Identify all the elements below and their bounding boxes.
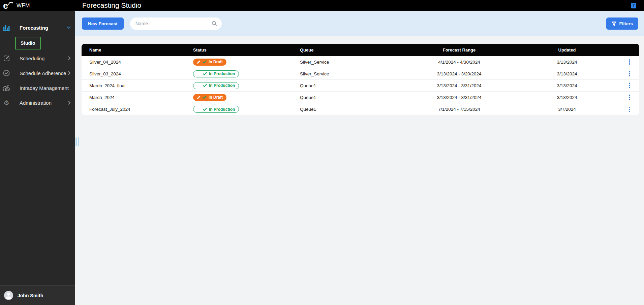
forecast-name: Silver_03_2024	[82, 71, 193, 76]
help-icon[interactable]: ?	[631, 3, 636, 8]
row-actions-kebab-icon[interactable]	[627, 58, 633, 66]
table-row[interactable]: March_2024_final In Production Queue1 3/…	[82, 80, 639, 92]
updated-date: 3/13/2024	[514, 71, 620, 76]
column-header-forecast-range: Forecast Range	[404, 47, 514, 53]
pencil-icon	[197, 84, 201, 88]
queue-name: Silver_Service	[300, 60, 404, 65]
avatar	[4, 291, 13, 300]
sidebar-item-scheduling[interactable]: Scheduling	[0, 51, 75, 66]
forecast-range: 4/1/2024 - 4/30/2024	[404, 60, 514, 65]
status-badge: In Production	[193, 82, 239, 89]
brand-name: WFM	[17, 3, 30, 9]
queue-name: Queue1	[300, 107, 404, 112]
updated-date: 3/7/2024	[514, 107, 620, 112]
pencil-icon	[197, 107, 201, 111]
sidebar-item-label: Administration	[20, 100, 52, 106]
filter-funnel-icon	[612, 22, 616, 26]
main-content: New Forecast Filters Name Status Queue F…	[75, 11, 644, 305]
filters-button[interactable]: Filters	[606, 18, 638, 30]
sidebar: Forecasting Studio Scheduling	[0, 11, 75, 305]
page-title: Forecasting Studio	[82, 0, 141, 11]
status-label: In Draft	[209, 95, 223, 99]
sidebar-item-label: Intraday Management	[20, 85, 69, 91]
sidebar-item-studio[interactable]: Studio	[0, 35, 75, 51]
status-label: In Draft	[209, 60, 223, 64]
pencil-icon	[197, 60, 201, 64]
updated-date: 3/13/2024	[514, 95, 620, 100]
table-body: Silver_04_2024 In Draft Silver_Service 4…	[82, 56, 639, 115]
table-row[interactable]: Silver_03_2024 In Production Silver_Serv…	[82, 68, 639, 80]
sidebar-item-label: Forecasting	[20, 25, 48, 31]
forecast-range: 3/13/2024 - 3/31/2024	[404, 95, 514, 100]
row-actions-kebab-icon[interactable]	[627, 93, 633, 101]
sidebar-item-label: Studio	[15, 37, 41, 49]
queue-name: Queue1	[300, 83, 404, 88]
pencil-icon	[197, 96, 201, 99]
table-header-row: Name Status Queue Forecast Range Updated	[82, 44, 639, 56]
chevron-right-icon	[68, 56, 71, 60]
filters-label: Filters	[619, 21, 633, 26]
check-circle-icon	[3, 70, 10, 76]
queue-name: Queue1	[300, 95, 404, 100]
table-row[interactable]: Forecast_July_2024 In Production Queue1 …	[82, 103, 639, 115]
sidebar-resize-handle-icon[interactable]	[75, 137, 79, 146]
search-input[interactable]	[135, 21, 212, 26]
check-icon	[203, 96, 207, 99]
topbar: e WFM Forecasting Studio ?	[0, 0, 644, 11]
table-row[interactable]: Silver_04_2024 In Draft Silver_Service 4…	[82, 56, 639, 68]
forecast-table: Name Status Queue Forecast Range Updated…	[82, 44, 639, 115]
status-badge: In Draft	[193, 59, 226, 66]
status-badge: In Draft	[193, 94, 226, 101]
intraday-chart-clock-icon	[3, 84, 10, 91]
chevron-right-icon	[68, 71, 71, 75]
check-icon	[203, 108, 207, 111]
search-icon[interactable]	[212, 21, 217, 26]
status-label: In Production	[209, 83, 235, 88]
forecast-name: Forecast_July_2024	[82, 107, 193, 112]
row-actions-kebab-icon[interactable]	[627, 81, 633, 90]
user-menu[interactable]: John Smith	[0, 285, 75, 305]
new-forecast-button[interactable]: New Forecast	[82, 18, 124, 30]
queue-name: Silver_Service	[300, 71, 404, 76]
sidebar-nav: Forecasting Studio Scheduling	[0, 11, 75, 110]
sidebar-item-forecasting[interactable]: Forecasting	[0, 20, 75, 35]
search-box	[130, 18, 222, 30]
sidebar-item-label: Schedule Adherence	[20, 70, 66, 76]
row-actions-kebab-icon[interactable]	[627, 70, 633, 78]
bar-chart-icon	[3, 25, 10, 31]
column-header-queue: Queue	[300, 47, 404, 53]
column-header-name: Name	[82, 47, 193, 53]
sidebar-item-administration[interactable]: ⚙ Administration	[0, 95, 75, 110]
updated-date: 3/13/2024	[514, 83, 620, 88]
forecast-name: March_2024	[82, 95, 193, 100]
brand-logo-icon: e	[3, 1, 14, 11]
wfm-app: e WFM Forecasting Studio ? Forecasting S…	[0, 0, 644, 305]
chevron-down-icon	[67, 26, 71, 29]
gear-icon: ⚙	[3, 100, 10, 106]
status-badge: In Production	[193, 106, 239, 113]
sidebar-item-intraday-management[interactable]: Intraday Management	[0, 80, 75, 95]
check-icon	[203, 60, 207, 64]
forecast-name: March_2024_final	[82, 83, 193, 88]
forecast-range: 3/13/2024 - 3/20/2024	[404, 71, 514, 76]
sidebar-item-label: Scheduling	[20, 56, 44, 61]
forecast-range: 3/13/2024 - 3/31/2024	[404, 83, 514, 88]
check-icon	[203, 72, 207, 75]
check-icon	[203, 84, 207, 87]
pencil-icon	[197, 72, 201, 76]
status-label: In Production	[209, 72, 235, 76]
column-header-updated: Updated	[514, 47, 620, 53]
toolbar: New Forecast Filters	[75, 11, 644, 36]
sidebar-item-schedule-adherence[interactable]: Schedule Adherence	[0, 66, 75, 80]
status-badge: In Production	[193, 70, 239, 77]
table-row[interactable]: March_2024 In Draft Queue1 3/13/2024 - 3…	[82, 92, 639, 103]
chevron-right-icon	[68, 101, 71, 105]
status-label: In Production	[209, 107, 235, 111]
edit-icon	[3, 55, 10, 62]
forecast-name: Silver_04_2024	[82, 60, 193, 65]
forecast-range: 7/1/2024 - 7/15/2024	[404, 107, 514, 112]
row-actions-kebab-icon[interactable]	[627, 105, 633, 113]
brand: e WFM	[0, 1, 75, 11]
updated-date: 3/13/2024	[514, 60, 620, 65]
user-name: John Smith	[18, 293, 43, 298]
